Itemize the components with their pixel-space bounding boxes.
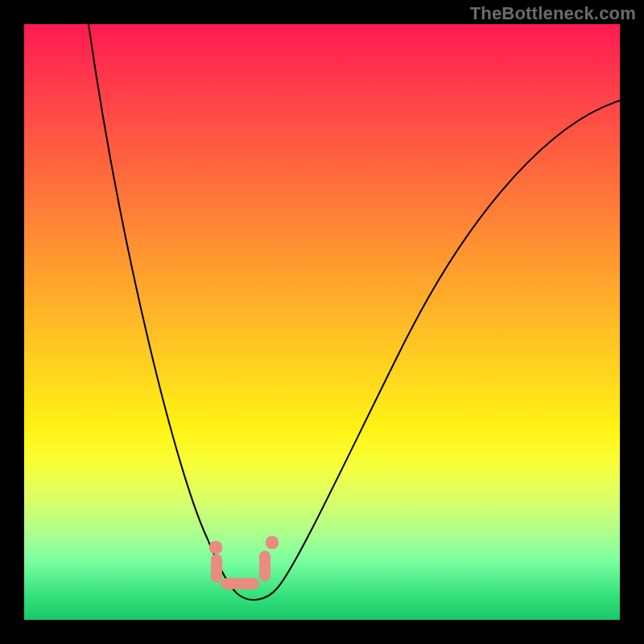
marker-right-dot — [266, 536, 279, 549]
marker-left-stem — [211, 554, 222, 583]
bottleneck-curve — [24, 24, 620, 620]
chart-plot-area — [24, 24, 620, 620]
marker-left-dot — [209, 541, 222, 554]
watermark-text: TheBottleneck.com — [470, 3, 636, 24]
marker-bottom-bar — [221, 578, 259, 589]
curve-path — [89, 24, 620, 600]
marker-right-stem — [259, 551, 270, 581]
